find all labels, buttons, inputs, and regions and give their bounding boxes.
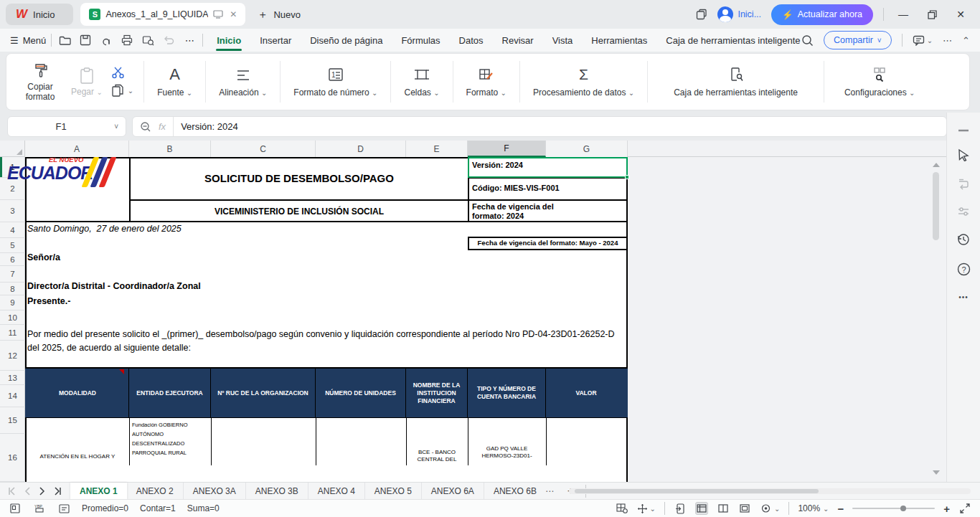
zoom-level-button[interactable]: 100% ⌄ [798,503,829,513]
cell-code[interactable]: Código: MIES-VIS-F001 [472,184,624,192]
cell-mode-icon[interactable] [9,502,22,515]
menu-inicio[interactable]: Inicio [216,31,242,50]
comments-button[interactable]: ⌄ [913,35,933,46]
column-header-e[interactable]: E [406,141,468,157]
format-group-button[interactable]: Formato ⌄ [455,58,518,105]
history-icon[interactable] [956,232,971,247]
table-header-institucion[interactable]: NOMBRE DE LA INSTITUCION FINANCIERA [406,369,468,417]
outline-icon[interactable] [57,502,70,515]
close-document-tab-icon[interactable]: ✕ [228,9,238,19]
sheet-tab-anexo-2[interactable]: ANEXO 2 [127,483,184,500]
row-header-16[interactable]: 16 [0,434,25,482]
cursor-select-icon[interactable] [956,147,971,163]
sheet-tab-anexo-5[interactable]: ANEXO 5 [365,483,422,500]
row-header-7[interactable]: 7 [0,266,25,283]
zoom-in-button[interactable]: + [943,503,950,515]
copy-button[interactable]: ⌄ [111,83,133,98]
save-icon[interactable] [77,32,93,48]
reading-view-button[interactable]: ⌄ [760,504,780,513]
help-icon[interactable]: ? [956,261,971,277]
comment-marker[interactable] [119,369,124,374]
cell-salutation[interactable]: Señor/a [27,252,242,262]
page-break-view-icon[interactable] [738,502,751,515]
column-header-c[interactable]: C [211,141,316,157]
row-header-6[interactable]: 6 [0,253,25,266]
more-sheets-icon[interactable]: ⋯ [540,486,560,496]
column-header-b[interactable]: B [129,141,211,157]
zoom-slider-thumb[interactable] [900,506,906,511]
row-header-11[interactable]: 11 [0,325,25,341]
update-now-button[interactable]: ⚡ Actualizar ahora [771,4,873,25]
row-header-15[interactable]: 15 [0,407,25,434]
table-header-cuenta[interactable]: TIPO Y NÚMERO DE CUENTA BANCARIA [468,369,546,417]
vertical-scrollbar[interactable] [931,157,941,482]
sheet-tab-anexo-4[interactable]: ANEXO 4 [308,483,365,500]
font-group-button[interactable]: A Fuente ⌄ [146,58,204,105]
cells-group-button[interactable]: Celdas ⌄ [392,58,451,105]
sheet-tab-anexo-1[interactable]: ANEXO 1 [70,483,127,500]
menu-datos[interactable]: Datos [458,31,484,50]
cell-entidad[interactable]: Fundación GOBIERNO AUTÓNOMO DESCENTRALIZ… [132,420,209,465]
cut-button[interactable] [111,66,127,79]
prev-sheet-icon[interactable] [19,483,34,499]
minimize-button[interactable]: — [894,9,913,20]
close-window-button[interactable]: ✕ [951,9,970,20]
settings-group-button[interactable]: Configuraciones ⌄ [826,58,933,105]
menu-revisar[interactable]: Revisar [501,31,534,50]
normal-view-icon[interactable] [695,502,708,515]
cell-body-paragraph[interactable]: Por medio del presente solicito el _(pri… [27,328,626,355]
last-sheet-icon[interactable] [50,483,65,499]
table-header-valor[interactable]: VALOR [546,369,626,417]
column-header-g[interactable]: G [546,141,628,157]
print-icon[interactable] [119,32,135,48]
new-document-button[interactable]: ＋ Nuevo [257,8,301,22]
next-sheet-icon[interactable] [34,483,50,499]
row-header-9[interactable]: 9 [0,295,25,310]
more-quick-access-icon[interactable]: ⋯ [182,32,197,48]
column-header-f[interactable]: F [468,141,546,157]
more-tools-icon[interactable]: ••• [956,289,971,305]
restore-button[interactable] [923,10,941,19]
number-format-group-button[interactable]: 1 Formato de número ⌄ [282,58,389,105]
row-header-4[interactable]: 4 [0,222,25,238]
menu-caja-herramientas[interactable]: Caja de herramientas inteligente [665,31,801,50]
name-box[interactable]: F1 ˅ [7,116,126,137]
row-header-10[interactable]: 10 [0,310,25,325]
cell-validity[interactable]: Fecha de vigencia del formato: 2024 [472,202,587,221]
menu-vista[interactable]: Vista [552,31,574,50]
search-icon[interactable] [801,34,814,47]
account-button[interactable]: Inici... [717,6,761,22]
main-menu-button[interactable]: ☰ Menú [10,35,46,46]
table-header-modalidad[interactable]: MODALIDAD [27,369,129,417]
cell-cuenta[interactable]: GAD PQ VALLE HERMOSO-23D01- [471,445,543,465]
open-file-icon[interactable] [57,32,72,48]
home-tab[interactable]: W Inicio [6,4,73,25]
share-button[interactable]: Compartir ˅ [824,31,892,49]
more-options-icon[interactable]: ⋯ [943,35,952,46]
formula-field[interactable]: fx Versión: 2024 [132,116,947,137]
spellcheck-icon[interactable]: YBP [33,502,46,515]
zoom-slider[interactable] [852,508,935,509]
sheet-grid[interactable]: A B C D E F G 1 2 3 4 5 6 7 8 9 10 11 12… [0,141,946,482]
table-header-ruc[interactable]: Nº RUC DE LA ORGANIZACION [211,369,316,417]
mobile-view-icon[interactable] [674,502,687,515]
alignment-group-button[interactable]: Alineación ⌄ [207,58,278,105]
cell-institucion[interactable]: BCE - BANCO CENTRAL DEL [409,449,465,465]
column-header-d[interactable]: D [316,141,406,157]
print-preview-icon[interactable] [140,32,156,48]
format-painter-button[interactable]: Copiar formato [18,62,62,102]
smart-toolbox-group-button[interactable]: Caja de herramientas inteligente [649,58,822,105]
row-header-14[interactable]: 14 [0,385,25,407]
table-header-entidad[interactable]: ENTIDAD EJECUTORA [129,369,211,417]
cell-city-date[interactable]: Santo Domingo, 27 de enero del 2025 [27,224,386,234]
pan-mode-button[interactable]: ⌄ [637,503,656,514]
table-tools-icon[interactable] [616,502,628,515]
sheet-tab-anexo-6b[interactable]: ANEXO 6B [484,483,540,500]
paste-button[interactable]: Pegar ⌄ [71,67,103,98]
adjust-settings-icon[interactable] [956,204,971,219]
cell-present[interactable]: Presente.- [27,296,242,306]
menu-diseno-de-pagina[interactable]: Diseño de página [309,31,383,50]
zoom-formula-icon[interactable] [140,121,151,133]
undo-icon[interactable] [161,32,176,48]
table-header-unidades[interactable]: NÚMERO DE UNIDADES [316,369,406,417]
